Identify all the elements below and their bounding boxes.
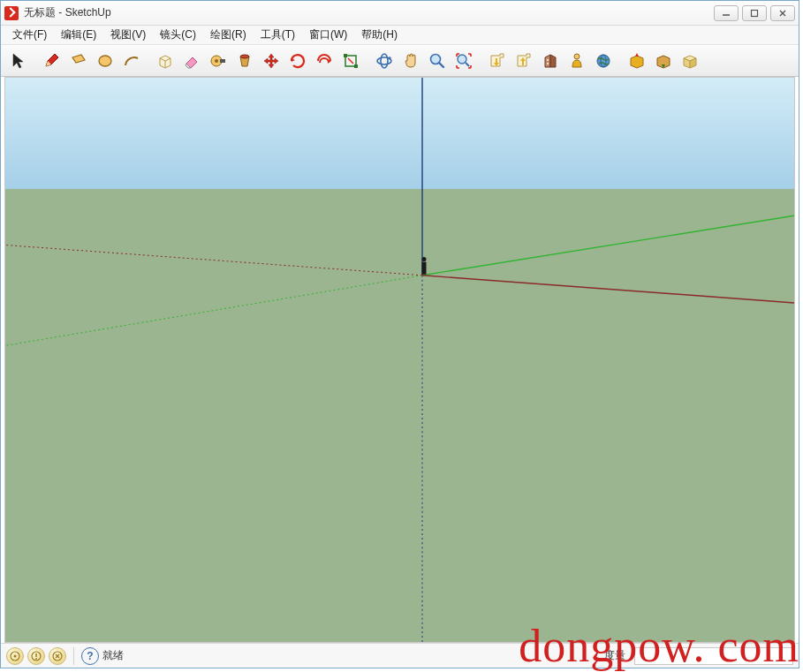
- maximize-button[interactable]: [742, 5, 767, 21]
- hand-icon: [401, 51, 420, 71]
- zoomextents-tool[interactable]: [451, 49, 476, 73]
- move-icon: [261, 51, 281, 71]
- bucket-icon: [235, 51, 254, 71]
- circle-icon: [95, 51, 115, 71]
- menu-3[interactable]: 镜头(C): [154, 26, 202, 44]
- minimize-button[interactable]: [714, 5, 739, 21]
- ground: [5, 189, 794, 642]
- sharemodel-tool[interactable]: [511, 49, 536, 73]
- scene-canvas[interactable]: [5, 78, 794, 642]
- toolbar-separator: [617, 49, 623, 72]
- zoom-icon: [428, 51, 447, 71]
- svg-rect-1: [752, 10, 758, 16]
- circle-tool[interactable]: [93, 49, 117, 73]
- download-icon: [488, 51, 507, 71]
- orbit-icon: [375, 51, 394, 71]
- extension3-tool[interactable]: [678, 49, 702, 73]
- ext2-icon: [654, 51, 673, 71]
- window-controls: [714, 5, 795, 21]
- svg-point-6: [240, 55, 249, 58]
- svg-rect-8: [344, 54, 347, 57]
- toolbar-separator: [478, 49, 483, 72]
- menu-bar: 文件(F)编辑(E)视图(V)镜头(C)绘图(R)工具(T)窗口(W)帮助(H): [1, 26, 799, 45]
- person-icon: [567, 51, 587, 71]
- toolbar-separator: [33, 49, 38, 72]
- scale-tool[interactable]: [338, 49, 363, 73]
- status-separator: [73, 647, 74, 665]
- menu-7[interactable]: 帮助(H): [355, 26, 404, 44]
- svg-point-2: [99, 56, 111, 66]
- orbit-tool[interactable]: [372, 49, 397, 73]
- extension1-tool[interactable]: [625, 49, 649, 73]
- select-tool[interactable]: [6, 49, 31, 73]
- svg-rect-9: [354, 64, 358, 68]
- toolbar: [1, 45, 799, 77]
- menu-1[interactable]: 编辑(E): [55, 26, 102, 44]
- hint3-button[interactable]: [49, 647, 66, 665]
- svg-point-16: [574, 54, 580, 59]
- menu-6[interactable]: 窗口(W): [303, 26, 353, 44]
- rectangle-tool[interactable]: [66, 49, 91, 73]
- pencil-tool[interactable]: [40, 49, 64, 73]
- building-tool[interactable]: [538, 49, 563, 73]
- tape-icon: [208, 51, 228, 71]
- rotate-tool[interactable]: [285, 49, 310, 73]
- cursor-icon: [9, 51, 28, 71]
- pushpull-tool[interactable]: [153, 49, 178, 73]
- close-button[interactable]: [770, 5, 795, 21]
- offset-icon: [314, 51, 334, 71]
- pencil-icon: [42, 51, 62, 71]
- hint1-button[interactable]: [6, 647, 24, 665]
- scale-icon: [341, 51, 360, 71]
- zoom-tool[interactable]: [425, 49, 450, 73]
- svg-rect-14: [547, 59, 549, 61]
- offset-tool[interactable]: [312, 49, 337, 73]
- pan-tool[interactable]: [398, 49, 423, 73]
- svg-point-17: [597, 55, 610, 67]
- arc-tool[interactable]: [119, 49, 144, 73]
- person-tool[interactable]: [564, 49, 589, 73]
- ext3-icon: [680, 51, 700, 71]
- ext1-icon: [627, 51, 647, 71]
- menu-4[interactable]: 绘图(R): [204, 26, 253, 44]
- svg-point-22: [14, 654, 17, 657]
- arc-icon: [122, 51, 141, 71]
- measure-label: 度量: [604, 648, 625, 663]
- status-bar: ? 就绪 度量: [1, 643, 799, 668]
- measure-input[interactable]: [634, 647, 793, 665]
- eraser-icon: [182, 51, 201, 71]
- extension2-tool[interactable]: [651, 49, 676, 73]
- svg-point-24: [35, 658, 37, 660]
- app-window: 无标题 - SketchUp 文件(F)编辑(E)视图(V)镜头(C)绘图(R)…: [0, 0, 799, 668]
- zoomext-icon: [454, 51, 473, 71]
- window-title: 无标题 - SketchUp: [24, 5, 714, 20]
- title-bar: 无标题 - SketchUp: [1, 1, 799, 26]
- svg-rect-4: [220, 59, 225, 63]
- viewport[interactable]: [4, 77, 795, 643]
- status-text: 就绪: [102, 648, 124, 663]
- rotate-icon: [288, 51, 307, 71]
- toolbar-separator: [365, 49, 370, 72]
- hint2-button[interactable]: [27, 647, 45, 665]
- building-icon: [541, 51, 560, 71]
- getmodels-tool[interactable]: [485, 49, 510, 73]
- menu-5[interactable]: 工具(T): [254, 26, 301, 44]
- move-tool[interactable]: [259, 49, 284, 73]
- sky: [5, 78, 794, 189]
- figure-silhouette: [422, 257, 427, 275]
- toolbar-separator: [146, 49, 151, 72]
- svg-point-5: [215, 59, 218, 63]
- globe-tool[interactable]: [591, 49, 616, 73]
- menu-2[interactable]: 视图(V): [104, 26, 152, 44]
- app-icon: [4, 6, 19, 20]
- paint-tool[interactable]: [232, 49, 257, 73]
- svg-rect-20: [422, 262, 427, 275]
- rectangle-icon: [69, 51, 88, 71]
- eraser-tool[interactable]: [179, 49, 204, 73]
- svg-rect-15: [547, 63, 549, 64]
- tape-tool[interactable]: [206, 49, 231, 73]
- menu-0[interactable]: 文件(F): [6, 26, 53, 44]
- help-icon[interactable]: ?: [81, 647, 99, 665]
- globe-icon: [594, 51, 613, 71]
- box-icon: [155, 51, 175, 71]
